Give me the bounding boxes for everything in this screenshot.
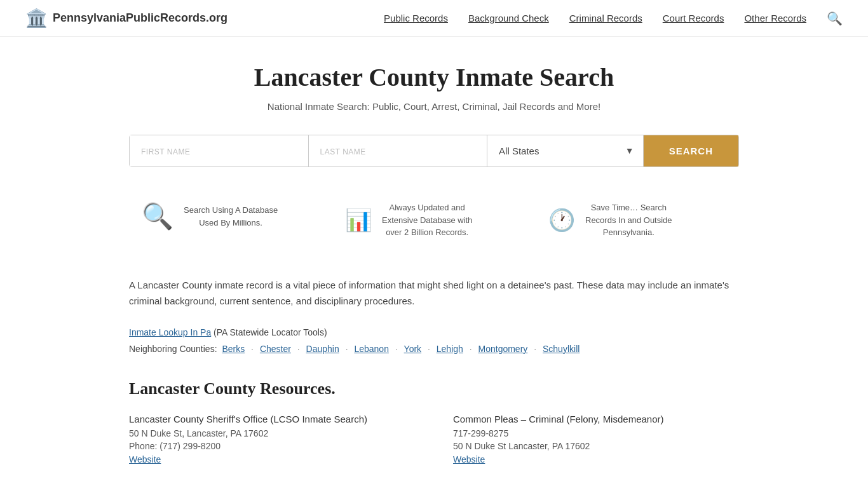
logo-text: PennsylvaniaPublicRecords.org [53, 11, 227, 25]
database-feature-icon: 📊 [345, 207, 372, 233]
resource-item-sheriff: Lancaster County Sheriff's Office (LCSO … [129, 414, 415, 465]
feature-time-text: Save Time… SearchRecords In and OutsideP… [585, 201, 672, 239]
search-button[interactable]: SEARCH [644, 135, 738, 166]
logo-icon: 🏛️ [25, 8, 48, 29]
neighbor-link-lehigh[interactable]: Lehigh [437, 344, 463, 354]
resources-grid: Lancaster County Sheriff's Office (LCSO … [129, 414, 739, 478]
site-logo[interactable]: 🏛️ PennsylvaniaPublicRecords.org [25, 8, 227, 29]
clock-feature-icon: 🕐 [548, 207, 575, 233]
neighbor-link-lebanon[interactable]: Lebanon [354, 344, 389, 354]
neighbor-link-schuylkill[interactable]: Schuylkill [543, 344, 580, 354]
header-search-icon[interactable]: 🔍 [827, 11, 843, 26]
state-select-wrap: All StatesAlabamaAlaskaArizonaArkansasCa… [487, 135, 644, 166]
feature-database: 📊 Always Updated andExtensive Database w… [332, 201, 536, 239]
resource-sheriff-website: Website [129, 454, 415, 465]
resource-sheriff-address: 50 N Duke St, Lancaster, PA 17602 [129, 428, 415, 438]
resource-sheriff-phone: Phone: (717) 299-8200 [129, 441, 415, 451]
pa-tools-text: (PA Statewide Locator Tools) [214, 327, 327, 337]
description-text: A Lancaster County inmate record is a vi… [129, 277, 739, 309]
feature-time: 🕐 Save Time… SearchRecords In and Outsid… [536, 201, 739, 239]
last-name-input[interactable] [309, 135, 488, 166]
search-form: All StatesAlabamaAlaskaArizonaArkansasCa… [129, 135, 739, 167]
neighbors-links: Berks · Chester · Dauphin · Lebanon · Yo… [219, 344, 582, 354]
resource-court-address: 50 N Duke St Lancaster, PA 17602 [453, 441, 739, 451]
nav-criminal-records[interactable]: Criminal Records [569, 13, 642, 24]
page-subtitle: National Inmate Search: Public, Court, A… [129, 101, 739, 112]
feature-database-text: Always Updated andExtensive Database wit… [382, 201, 472, 239]
resource-sheriff-website-link[interactable]: Website [129, 454, 161, 464]
main-content: Lancaster County Inmate Search National … [116, 37, 752, 488]
neighbors-label: Neighboring Counties: [129, 344, 217, 354]
neighbor-link-dauphin[interactable]: Dauphin [306, 344, 339, 354]
neighbors-row: Neighboring Counties: Berks · Chester · … [129, 344, 739, 354]
resource-court-website-link[interactable]: Website [453, 454, 485, 464]
resource-court-phone: 717-299-8275 [453, 428, 739, 438]
neighbor-link-montgomery[interactable]: Montgomery [478, 344, 528, 354]
resource-item-court: Common Pleas – Criminal (Felony, Misdeme… [453, 414, 739, 465]
resource-court-website: Website [453, 454, 739, 465]
features-row: 🔍 Search Using A DatabaseUsed By Million… [129, 195, 739, 245]
resource-court-name: Common Pleas – Criminal (Felony, Misdeme… [453, 414, 739, 424]
state-select[interactable]: All StatesAlabamaAlaskaArizonaArkansasCa… [487, 135, 643, 166]
search-feature-icon: 🔍 [142, 201, 173, 231]
site-header: 🏛️ PennsylvaniaPublicRecords.org Public … [0, 0, 868, 37]
page-title: Lancaster County Inmate Search [129, 62, 739, 92]
inmate-lookup-link[interactable]: Inmate Lookup In Pa [129, 327, 211, 337]
resources-title: Lancaster County Resources. [129, 379, 739, 398]
neighbor-link-berks[interactable]: Berks [222, 344, 245, 354]
first-name-input[interactable] [130, 135, 309, 166]
nav-court-records[interactable]: Court Records [663, 13, 724, 24]
neighbor-link-york[interactable]: York [404, 344, 422, 354]
feature-search-text: Search Using A DatabaseUsed By Millions. [184, 204, 278, 229]
neighbor-link-chester[interactable]: Chester [260, 344, 291, 354]
nav-background-check[interactable]: Background Check [468, 13, 549, 24]
feature-search: 🔍 Search Using A DatabaseUsed By Million… [129, 201, 332, 231]
nav-public-records[interactable]: Public Records [384, 13, 448, 24]
nav-other-records[interactable]: Other Records [744, 13, 806, 24]
resource-sheriff-name: Lancaster County Sheriff's Office (LCSO … [129, 414, 415, 424]
links-row: Inmate Lookup In Pa (PA Statewide Locato… [129, 327, 739, 337]
main-nav: Public Records Background Check Criminal… [384, 11, 843, 26]
